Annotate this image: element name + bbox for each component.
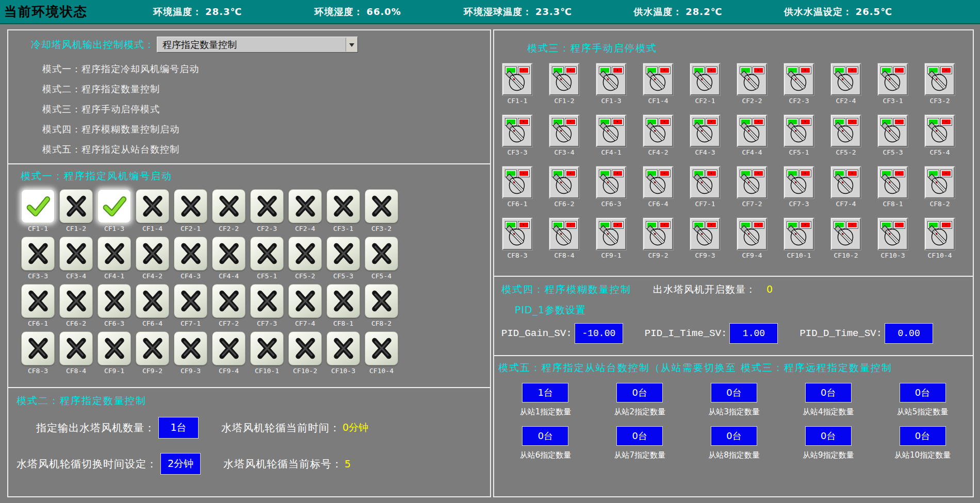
slave-9-count-input[interactable]: 0台 bbox=[805, 426, 852, 446]
slave-6-count-input[interactable]: 0台 bbox=[522, 426, 568, 446]
fan-toggle-CF9-2[interactable] bbox=[136, 331, 169, 365]
slave-5-count-input[interactable]: 0台 bbox=[900, 383, 946, 403]
fan-switch-CF8-2[interactable] bbox=[925, 166, 955, 198]
fan-switch-CF5-1[interactable] bbox=[784, 115, 814, 147]
fan-toggle-CF9-1[interactable] bbox=[97, 331, 131, 365]
fan-switch-CF2-4[interactable] bbox=[831, 63, 861, 95]
fan-switch-CF3-4[interactable] bbox=[549, 115, 579, 147]
fan-toggle-CF8-4[interactable] bbox=[59, 331, 93, 365]
fan-toggle-CF10-1[interactable] bbox=[250, 331, 284, 365]
fan-switch-CF1-3[interactable] bbox=[596, 63, 626, 95]
slave-7-count-input[interactable]: 0台 bbox=[616, 426, 663, 446]
fan-switch-CF4-3[interactable] bbox=[690, 115, 720, 147]
fan-switch-CF4-4[interactable] bbox=[737, 115, 767, 147]
fan-switch-CF8-4[interactable] bbox=[549, 218, 579, 250]
fan-control-mode-select[interactable]: 程序指定数量控制 bbox=[157, 37, 358, 53]
fan-switch-CF4-2[interactable] bbox=[643, 115, 673, 147]
fan-toggle-CF4-2[interactable] bbox=[136, 237, 169, 271]
fan-switch-CF3-2[interactable] bbox=[925, 63, 955, 95]
fan-toggle-CF7-2[interactable] bbox=[212, 284, 246, 318]
fan-switch-CF2-3[interactable] bbox=[784, 63, 814, 95]
fan-switch-CF4-1[interactable] bbox=[596, 115, 626, 147]
fan-label: CF1-4 bbox=[135, 225, 170, 232]
env-metric: 环境温度：28.3℃ bbox=[118, 6, 277, 18]
fan-toggle-CF7-3[interactable] bbox=[250, 284, 284, 318]
fan-switch-CF3-3[interactable] bbox=[502, 115, 532, 147]
fan-toggle-CF2-1[interactable] bbox=[174, 189, 207, 223]
slave-1-count-input[interactable]: 1台 bbox=[522, 383, 568, 403]
fan-toggle-CF2-4[interactable] bbox=[288, 189, 322, 223]
fan-toggle-CF1-3[interactable] bbox=[97, 189, 131, 223]
fan-switch-CF5-2[interactable] bbox=[831, 115, 861, 147]
fan-toggle-CF4-3[interactable] bbox=[174, 237, 207, 271]
fan-switch-CF7-2[interactable] bbox=[737, 166, 767, 198]
fan-switch-CF9-2[interactable] bbox=[643, 218, 673, 250]
fan-toggle-CF10-4[interactable] bbox=[365, 331, 398, 365]
fan-toggle-CF5-3[interactable] bbox=[326, 237, 360, 271]
fan-switch-CF7-1[interactable] bbox=[690, 166, 720, 198]
fan-switch-CF10-2[interactable] bbox=[831, 218, 861, 250]
fan-toggle-CF5-1[interactable] bbox=[250, 237, 284, 271]
fan-toggle-CF5-4[interactable] bbox=[365, 237, 398, 271]
fan-toggle-CF9-4[interactable] bbox=[212, 331, 246, 365]
fan-switch-CF10-1[interactable] bbox=[784, 218, 814, 250]
fan-switch-CF8-1[interactable] bbox=[878, 166, 908, 198]
fan-toggle-CF3-3[interactable] bbox=[21, 237, 55, 271]
fan-qty-input[interactable]: 1台 bbox=[158, 417, 199, 439]
fan-toggle-CF9-3[interactable] bbox=[174, 331, 207, 365]
fan-toggle-CF3-1[interactable] bbox=[326, 189, 360, 223]
fan-toggle-CF10-2[interactable] bbox=[288, 331, 322, 365]
fan-toggle-CF7-1[interactable] bbox=[174, 284, 207, 318]
pid-gain-input[interactable]: -10.00 bbox=[575, 323, 623, 344]
fan-switch-CF9-1[interactable] bbox=[596, 218, 626, 250]
fan-toggle-CF8-1[interactable] bbox=[326, 284, 360, 318]
slave-8-count-input[interactable]: 0台 bbox=[711, 426, 757, 446]
fan-switch-CF3-1[interactable] bbox=[878, 63, 908, 95]
fan-toggle-CF1-1[interactable] bbox=[21, 189, 55, 223]
slave-10-count-input[interactable]: 0台 bbox=[900, 426, 946, 446]
fan-switch-CF8-3[interactable] bbox=[502, 218, 532, 250]
fan-toggle-CF1-2[interactable] bbox=[59, 189, 93, 223]
fan-switch-CF7-3[interactable] bbox=[784, 166, 814, 198]
slave-3-count-input[interactable]: 0台 bbox=[711, 383, 757, 403]
fan-switch-CF6-1[interactable] bbox=[502, 166, 532, 198]
fan-toggle-CF6-1[interactable] bbox=[21, 284, 55, 318]
fan-switch-CF1-2[interactable] bbox=[549, 63, 579, 95]
fan-toggle-CF2-3[interactable] bbox=[250, 189, 284, 223]
pid-i-time-input[interactable]: 1.00 bbox=[729, 323, 778, 344]
fan-switch-CF9-3[interactable] bbox=[690, 218, 720, 250]
fan-toggle-CF3-4[interactable] bbox=[59, 237, 93, 271]
fan-switch-CF5-4[interactable] bbox=[925, 115, 955, 147]
cycle-switch-time-input[interactable]: 2分钟 bbox=[160, 453, 201, 475]
fan-switch-CF1-1[interactable] bbox=[502, 63, 532, 95]
fan-toggle-CF6-3[interactable] bbox=[97, 284, 131, 318]
fan-switch-CF2-2[interactable] bbox=[737, 63, 767, 95]
fan-toggle-CF8-2[interactable] bbox=[365, 284, 398, 318]
fan-toggle-CF3-2[interactable] bbox=[365, 189, 398, 223]
fan-switch-CF9-4[interactable] bbox=[737, 218, 767, 250]
fan-switch-CF7-4[interactable] bbox=[831, 166, 861, 198]
fan-switch-CF10-3[interactable] bbox=[878, 218, 908, 250]
pid-d-time-input[interactable]: 0.00 bbox=[885, 323, 933, 344]
fan-toggle-CF6-4[interactable] bbox=[136, 284, 169, 318]
fan-switch-CF6-3[interactable] bbox=[596, 166, 626, 198]
chevron-down-icon[interactable] bbox=[346, 38, 357, 52]
fan-toggle-CF6-2[interactable] bbox=[59, 284, 93, 318]
fan-toggle-CF1-4[interactable] bbox=[136, 189, 169, 223]
fan-switch-CF2-1[interactable] bbox=[690, 63, 720, 95]
fan-toggle-CF8-3[interactable] bbox=[21, 331, 55, 365]
fan-toggle-CF4-1[interactable] bbox=[97, 237, 131, 271]
fan-switch-CF10-4[interactable] bbox=[925, 218, 955, 250]
slave-4-count-input[interactable]: 0台 bbox=[805, 383, 852, 403]
fan-toggle-CF5-2[interactable] bbox=[288, 237, 322, 271]
slave-2-count-input[interactable]: 0台 bbox=[616, 383, 663, 403]
pid-field: PID_D_Time_SV:0.00 bbox=[799, 323, 933, 344]
fan-switch-CF1-4[interactable] bbox=[643, 63, 673, 95]
fan-switch-CF6-2[interactable] bbox=[549, 166, 579, 198]
fan-toggle-CF4-4[interactable] bbox=[212, 237, 246, 271]
fan-toggle-CF2-2[interactable] bbox=[212, 189, 246, 223]
fan-toggle-CF7-4[interactable] bbox=[288, 284, 322, 318]
fan-switch-CF5-3[interactable] bbox=[878, 115, 908, 147]
fan-switch-CF6-4[interactable] bbox=[643, 166, 673, 198]
fan-toggle-CF10-3[interactable] bbox=[326, 331, 360, 365]
